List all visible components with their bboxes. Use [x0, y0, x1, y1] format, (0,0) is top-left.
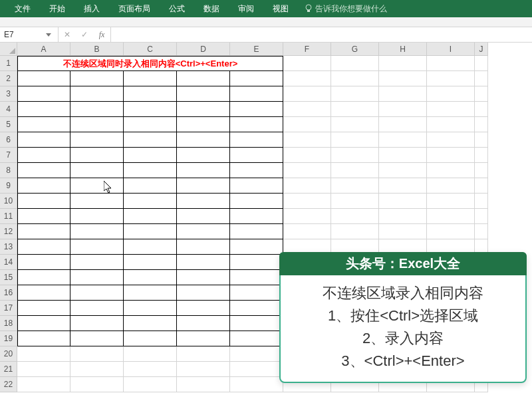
- cell-E8[interactable]: [230, 163, 283, 178]
- row-header-5[interactable]: 5: [0, 117, 17, 132]
- row-header-17[interactable]: 17: [0, 301, 17, 316]
- cell-C18[interactable]: [124, 316, 177, 331]
- column-header-C[interactable]: C: [124, 43, 177, 56]
- row-header-19[interactable]: 19: [0, 331, 17, 346]
- cell-C12[interactable]: [124, 224, 177, 239]
- cell-H5[interactable]: [379, 117, 427, 132]
- row-header-14[interactable]: 14: [0, 255, 17, 270]
- cell-D22[interactable]: [177, 377, 230, 392]
- column-header-H[interactable]: H: [379, 43, 427, 56]
- row-header-4[interactable]: 4: [0, 102, 17, 117]
- cell-H10[interactable]: [379, 194, 427, 209]
- cell-C6[interactable]: [124, 132, 177, 148]
- ribbon-tab-2[interactable]: 插入: [74, 0, 109, 17]
- cell-H4[interactable]: [379, 102, 427, 117]
- cell-C10[interactable]: [124, 194, 177, 209]
- cell-C15[interactable]: [124, 270, 177, 285]
- cell-A4[interactable]: [17, 102, 70, 117]
- cell-E12[interactable]: [230, 224, 283, 239]
- cell-B19[interactable]: [70, 331, 124, 346]
- cell-G6[interactable]: [331, 132, 379, 148]
- cell-C13[interactable]: [124, 239, 177, 255]
- cell-D11[interactable]: [177, 209, 230, 224]
- cell-B12[interactable]: [70, 224, 124, 239]
- cell-G2[interactable]: [331, 71, 379, 86]
- cell-J12[interactable]: [475, 224, 488, 239]
- cell-I8[interactable]: [427, 163, 475, 178]
- cell-B14[interactable]: [70, 255, 124, 270]
- merged-title-cell[interactable]: 不连续区域同时录入相同内容<Ctrl>+<Enter>: [17, 56, 283, 71]
- cell-D18[interactable]: [177, 316, 230, 331]
- cell-C11[interactable]: [124, 209, 177, 224]
- cell-G8[interactable]: [331, 163, 379, 178]
- cell-E22[interactable]: [230, 377, 283, 392]
- cell-A10[interactable]: [17, 194, 70, 209]
- cell-G3[interactable]: [331, 86, 379, 102]
- cell-A11[interactable]: [17, 209, 70, 224]
- cell-E14[interactable]: [230, 255, 283, 270]
- cell-A15[interactable]: [17, 270, 70, 285]
- cell-H7[interactable]: [379, 148, 427, 163]
- cell-G4[interactable]: [331, 102, 379, 117]
- cell-C3[interactable]: [124, 86, 177, 102]
- cell-E13[interactable]: [230, 239, 283, 255]
- ribbon-tab-5[interactable]: 数据: [194, 0, 229, 17]
- cell-A13[interactable]: [17, 239, 70, 255]
- cell-G9[interactable]: [331, 178, 379, 194]
- cell-A7[interactable]: [17, 148, 70, 163]
- cell-E7[interactable]: [230, 148, 283, 163]
- cell-G10[interactable]: [331, 194, 379, 209]
- cell-C9[interactable]: [124, 178, 177, 194]
- cell-F8[interactable]: [283, 163, 331, 178]
- cell-D12[interactable]: [177, 224, 230, 239]
- cell-B7[interactable]: [70, 148, 124, 163]
- cell-H8[interactable]: [379, 163, 427, 178]
- cell-A6[interactable]: [17, 132, 70, 148]
- cell-C17[interactable]: [124, 301, 177, 316]
- cell-D13[interactable]: [177, 239, 230, 255]
- cell-H12[interactable]: [379, 224, 427, 239]
- confirm-formula-button[interactable]: ✓: [76, 27, 93, 42]
- cell-I4[interactable]: [427, 102, 475, 117]
- name-box-dropdown-icon[interactable]: [43, 33, 54, 37]
- cell-G11[interactable]: [331, 209, 379, 224]
- ribbon-tab-3[interactable]: 页面布局: [109, 0, 160, 17]
- cell-C14[interactable]: [124, 255, 177, 270]
- cell-J2[interactable]: [475, 71, 488, 86]
- cell-H9[interactable]: [379, 178, 427, 194]
- cell-H6[interactable]: [379, 132, 427, 148]
- cell-E9[interactable]: [230, 178, 283, 194]
- row-header-7[interactable]: 7: [0, 148, 17, 163]
- cell-G12[interactable]: [331, 224, 379, 239]
- cell-J9[interactable]: [475, 178, 488, 194]
- cell-F2[interactable]: [283, 71, 331, 86]
- cell-F9[interactable]: [283, 178, 331, 194]
- cell-B22[interactable]: [70, 377, 124, 392]
- row-header-6[interactable]: 6: [0, 132, 17, 148]
- cell-J11[interactable]: [475, 209, 488, 224]
- cell-H2[interactable]: [379, 71, 427, 86]
- row-header-9[interactable]: 9: [0, 178, 17, 194]
- column-header-F[interactable]: F: [283, 43, 331, 56]
- cell-I10[interactable]: [427, 194, 475, 209]
- cell-B5[interactable]: [70, 117, 124, 132]
- cell-C22[interactable]: [124, 377, 177, 392]
- cell-J6[interactable]: [475, 132, 488, 148]
- cell-B3[interactable]: [70, 86, 124, 102]
- cell-I7[interactable]: [427, 148, 475, 163]
- cell-D15[interactable]: [177, 270, 230, 285]
- fx-button[interactable]: fx: [93, 27, 110, 42]
- cell-I9[interactable]: [427, 178, 475, 194]
- cell-C4[interactable]: [124, 102, 177, 117]
- cell-E21[interactable]: [230, 362, 283, 377]
- row-header-12[interactable]: 12: [0, 224, 17, 239]
- cell-E11[interactable]: [230, 209, 283, 224]
- cell-D20[interactable]: [177, 346, 230, 362]
- cell-E20[interactable]: [230, 346, 283, 362]
- cell-E16[interactable]: [230, 285, 283, 301]
- cell-A18[interactable]: [17, 316, 70, 331]
- cell-D9[interactable]: [177, 178, 230, 194]
- cell-D7[interactable]: [177, 148, 230, 163]
- cell-B8[interactable]: [70, 163, 124, 178]
- cell-B13[interactable]: [70, 239, 124, 255]
